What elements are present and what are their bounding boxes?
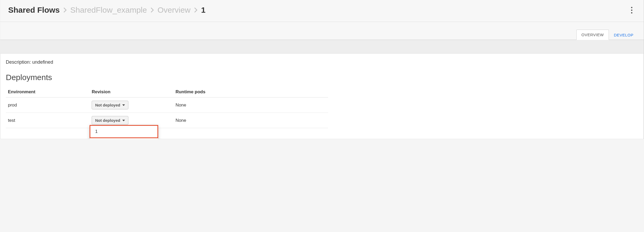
description-line: Description: undefined [6, 59, 638, 65]
col-header-environment: Environment [6, 87, 90, 98]
env-cell: test [6, 113, 90, 128]
col-header-revision: Revision [90, 87, 173, 98]
revision-dropdown: 1 Undeploy [90, 125, 158, 139]
revision-select-label: Not deployed [95, 103, 120, 107]
breadcrumb-flow-name[interactable]: SharedFlow_example [70, 6, 147, 15]
more-actions-menu[interactable] [627, 5, 636, 15]
revision-select-test[interactable]: Not deployed [92, 116, 128, 125]
col-header-runtime: Runtime pods [173, 87, 328, 98]
chevron-right-icon [63, 7, 67, 13]
toolbar-spacer [0, 40, 644, 54]
breadcrumb-root[interactable]: Shared Flows [8, 6, 60, 15]
caret-down-icon [122, 120, 125, 121]
deployments-heading: Deployments [6, 73, 638, 82]
deployments-table: Environment Revision Runtime pods prod N… [6, 87, 328, 128]
description-value: undefined [32, 59, 53, 65]
revision-select-prod[interactable]: Not deployed [92, 101, 128, 109]
table-row: prod Not deployed None [6, 98, 328, 113]
dropdown-option-revision-1[interactable]: 1 [90, 125, 158, 138]
breadcrumb-section[interactable]: Overview [157, 6, 190, 15]
runtime-cell: None [173, 98, 328, 113]
chevron-right-icon [151, 7, 154, 13]
breadcrumb: Shared Flows SharedFlow_example Overview… [8, 6, 206, 15]
chevron-right-icon [194, 7, 197, 13]
description-label: Description: [6, 59, 31, 65]
env-cell: prod [6, 98, 90, 113]
tab-overview[interactable]: OVERVIEW [576, 30, 609, 40]
caret-down-icon [122, 104, 125, 106]
runtime-cell: None [173, 113, 328, 128]
dropdown-option-undeploy[interactable]: Undeploy [90, 138, 158, 139]
revision-select-label: Not deployed [95, 118, 120, 123]
breadcrumb-revision: 1 [201, 6, 206, 15]
tab-develop[interactable]: DEVELOP [609, 30, 638, 40]
table-row: test Not deployed 1 Undeploy None [6, 113, 328, 128]
